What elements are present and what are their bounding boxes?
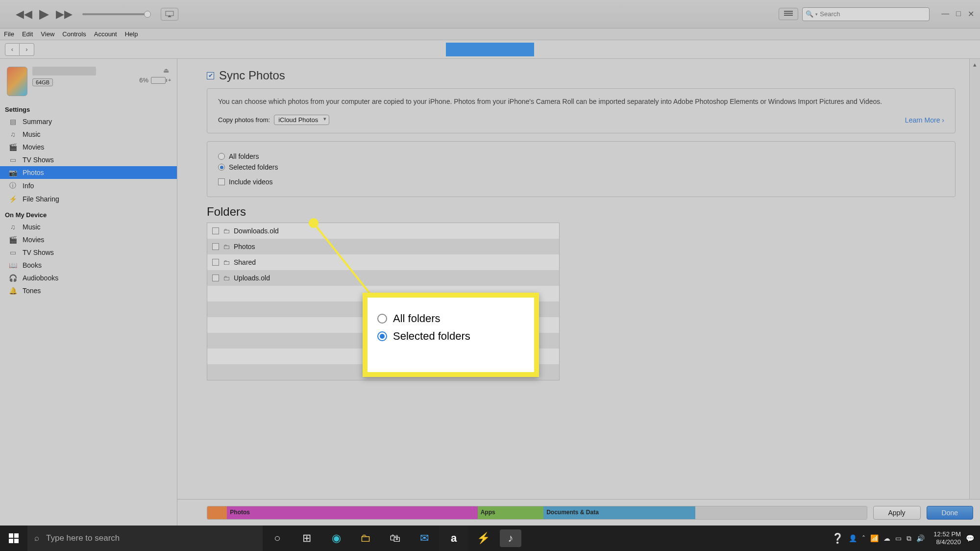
folder-checkbox[interactable] <box>212 275 219 281</box>
books-icon: 📖 <box>8 261 18 269</box>
movies-icon: 🎬 <box>8 143 18 151</box>
dropbox-icon[interactable]: ⧉ <box>906 534 911 543</box>
help-icon[interactable]: ❔ <box>832 532 844 544</box>
tutorial-callout: All folders Selected folders <box>363 293 539 377</box>
sidebar-device-music[interactable]: ♫Music <box>0 221 177 233</box>
minimize-button[interactable]: — <box>941 9 949 19</box>
next-track-button[interactable]: ▶▶ <box>56 8 73 21</box>
eject-icon[interactable]: ⏏ <box>163 67 169 74</box>
music-icon: ♫ <box>8 223 18 231</box>
copy-source-dropdown[interactable]: iCloud Photos <box>274 115 329 125</box>
taskbar-search[interactable]: ⌕ Type here to search <box>27 526 263 551</box>
sidebar-device-movies[interactable]: 🎬Movies <box>0 233 177 246</box>
apply-button[interactable]: Apply <box>873 506 921 520</box>
itunes-icon[interactable]: ♪ <box>500 529 521 547</box>
airplay-button[interactable] <box>161 8 178 21</box>
device-name <box>32 67 96 75</box>
sync-photos-checkbox[interactable] <box>207 72 214 79</box>
taskview-icon[interactable]: ⊞ <box>292 526 321 551</box>
sidebar-device-tvshows[interactable]: ▭TV Shows <box>0 246 177 259</box>
sidebar-item-summary[interactable]: ▤Summary <box>0 115 177 128</box>
wifi-icon[interactable]: 📶 <box>870 534 879 542</box>
edge-icon[interactable]: ◉ <box>321 526 351 551</box>
storage-segment-docs: Documents & Data <box>543 506 695 519</box>
sidebar-device-books[interactable]: 📖Books <box>0 259 177 272</box>
sidebar-item-label: File Sharing <box>23 195 59 203</box>
app-icon[interactable]: ⚡ <box>468 526 498 551</box>
search-field[interactable]: 🔍 ▾ <box>802 7 930 21</box>
sidebar-item-photos[interactable]: 📷Photos <box>0 166 177 179</box>
tray-expand-icon[interactable]: ˄ <box>862 534 865 542</box>
maximize-button[interactable]: □ <box>956 9 961 19</box>
sidebar-device-audiobooks[interactable]: 🎧Audiobooks <box>0 272 177 284</box>
tv-icon: ▭ <box>8 249 18 256</box>
volume-slider[interactable] <box>82 13 151 15</box>
prev-track-button[interactable]: ◀◀ <box>16 8 32 21</box>
vertical-scrollbar[interactable]: ▴ <box>969 59 980 499</box>
tv-icon: ▭ <box>8 156 18 164</box>
cloud-icon[interactable]: ☁ <box>883 534 890 542</box>
menu-edit[interactable]: Edit <box>22 30 33 38</box>
svg-rect-0 <box>166 11 173 16</box>
folder-checkbox[interactable] <box>212 259 219 266</box>
sidebar-item-tvshows[interactable]: ▭TV Shows <box>0 153 177 166</box>
callout-all-folders-label: All folders <box>393 312 441 325</box>
menu-file[interactable]: File <box>4 30 14 38</box>
close-button[interactable]: ✕ <box>968 9 974 19</box>
taskbar-clock[interactable]: 12:52 PM 8/4/2020 <box>933 530 961 546</box>
people-icon[interactable]: 👤 <box>849 534 857 542</box>
store-icon[interactable]: 🛍 <box>380 526 410 551</box>
device-tab-highlight <box>446 43 534 56</box>
sidebar-item-label: Photos <box>23 169 44 176</box>
cortana-icon[interactable]: ○ <box>263 526 292 551</box>
learn-more-link[interactable]: Learn More <box>905 116 944 124</box>
explorer-icon[interactable]: 🗀 <box>351 526 380 551</box>
sidebar-item-info[interactable]: ⓘInfo <box>0 179 177 193</box>
folder-icon: 🗀 <box>223 258 230 266</box>
play-button[interactable]: ▶ <box>39 6 49 22</box>
sync-photos-title: Sync Photos <box>219 69 285 82</box>
search-input[interactable] <box>820 10 926 18</box>
sidebar-item-movies[interactable]: 🎬Movies <box>0 141 177 153</box>
amazon-icon[interactable]: a <box>439 526 468 551</box>
folder-icon: 🗀 <box>223 274 230 282</box>
sidebar-item-label: Music <box>23 223 41 231</box>
folder-checkbox[interactable] <box>212 243 219 250</box>
scroll-up-arrow[interactable]: ▴ <box>970 59 980 70</box>
list-view-button[interactable] <box>779 8 798 20</box>
volume-icon[interactable]: 🔊 <box>916 534 925 542</box>
sidebar-item-filesharing[interactable]: ⚡File Sharing <box>0 193 177 205</box>
sidebar-item-label: Audiobooks <box>23 274 58 282</box>
selected-folders-radio[interactable] <box>218 164 225 171</box>
back-button[interactable]: ‹ <box>5 43 20 56</box>
menu-account[interactable]: Account <box>94 30 117 38</box>
include-videos-checkbox[interactable] <box>218 178 225 185</box>
all-folders-radio[interactable] <box>218 153 225 160</box>
device-thumbnail-icon <box>7 67 27 96</box>
search-icon: 🔍 <box>806 10 813 18</box>
folder-checkbox[interactable] <box>212 227 219 234</box>
folder-icon: 🗀 <box>223 227 230 235</box>
battery-icon <box>151 77 166 84</box>
sidebar-item-music[interactable]: ♫Music <box>0 128 177 141</box>
folder-name: Photos <box>234 243 255 250</box>
tones-icon: 🔔 <box>8 287 18 295</box>
callout-all-folders-radio <box>377 314 387 324</box>
menu-controls[interactable]: Controls <box>62 30 86 38</box>
forward-button[interactable]: › <box>20 43 34 56</box>
camera-icon: 📷 <box>8 169 18 176</box>
menu-view[interactable]: View <box>41 30 54 38</box>
music-icon: ♫ <box>8 130 18 138</box>
search-icon: ⌕ <box>34 533 39 543</box>
sidebar-device-tones[interactable]: 🔔Tones <box>0 284 177 297</box>
folder-name: Uploads.old <box>234 274 270 282</box>
battery-icon[interactable]: ▭ <box>895 534 902 542</box>
done-button[interactable]: Done <box>927 506 973 520</box>
callout-selected-folders-label: Selected folders <box>393 330 470 343</box>
start-button[interactable] <box>0 526 27 551</box>
menu-help[interactable]: Help <box>125 30 138 38</box>
notifications-icon[interactable]: 💬 <box>966 534 974 542</box>
sync-description-panel: You can choose which photos from your co… <box>207 88 956 133</box>
mail-icon[interactable]: ✉ <box>410 526 439 551</box>
taskbar-search-placeholder: Type here to search <box>46 533 120 543</box>
